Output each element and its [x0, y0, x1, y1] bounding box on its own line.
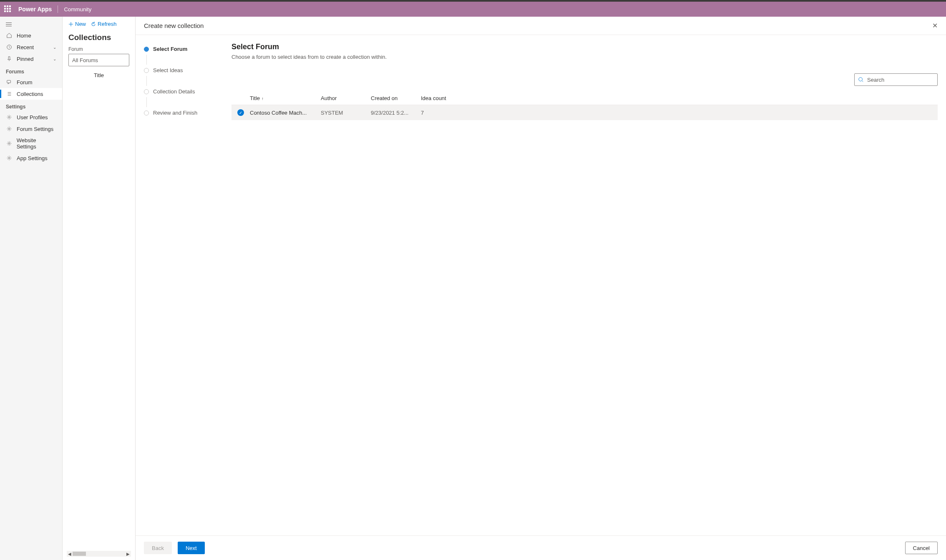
close-icon[interactable]: ✕ [932, 22, 938, 30]
svg-point-3 [8, 128, 10, 130]
chevron-down-icon: ⌄ [53, 45, 56, 50]
step-indicator-icon [144, 68, 149, 73]
new-button[interactable]: New [68, 21, 86, 27]
list-icon [6, 90, 13, 97]
col-created[interactable]: Created on [371, 95, 421, 101]
app-launcher-icon[interactable] [4, 5, 12, 13]
step-select-forum[interactable]: Select Forum [144, 43, 215, 55]
svg-point-5 [8, 157, 10, 159]
new-label: New [75, 21, 86, 27]
gear-icon [6, 155, 13, 161]
row-title: Contoso Coffee Mach... [250, 110, 321, 116]
back-button: Back [144, 542, 172, 554]
clock-icon [6, 44, 13, 50]
nav-forum-settings-label: Forum Settings [17, 126, 53, 132]
refresh-label: Refresh [98, 21, 117, 27]
cancel-button[interactable]: Cancel [905, 542, 938, 554]
row-ideas: 7 [421, 110, 938, 116]
step-connector [146, 76, 147, 86]
search-icon [858, 77, 864, 83]
table-header: Title↑ Author Created on Idea count [231, 92, 938, 105]
row-checkbox[interactable]: ✓ [231, 109, 250, 116]
nav-collections[interactable]: Collections [0, 88, 62, 100]
forum-select-input[interactable] [68, 54, 129, 66]
svg-point-4 [8, 143, 10, 144]
content-subtitle: Choose a forum to select ideas from to c… [231, 54, 938, 60]
nav-app-settings-label: App Settings [17, 155, 48, 161]
hamburger-button[interactable] [0, 19, 62, 30]
gear-icon [6, 140, 13, 147]
dialog-title: Create new collection [144, 22, 204, 29]
home-icon [6, 32, 13, 39]
forum-field-label: Forum [63, 46, 135, 54]
nav-home[interactable]: Home [0, 30, 62, 41]
plus-icon [68, 22, 73, 27]
nav-section-settings: Settings [0, 100, 62, 111]
content-title: Select Forum [231, 43, 938, 51]
step-indicator-icon [144, 47, 149, 52]
step-label: Review and Finish [153, 110, 197, 116]
dialog-footer: Back Next Cancel [136, 535, 946, 560]
nav-user-profiles[interactable]: User Profiles [0, 111, 62, 123]
nav-forum-settings[interactable]: Forum Settings [0, 123, 62, 135]
wizard-steps: Select Forum Select Ideas Collection Det… [136, 35, 223, 535]
search-placeholder: Search [867, 77, 884, 83]
search-input[interactable]: Search [854, 73, 938, 86]
create-collection-dialog: Create new collection ✕ Select Forum Sel… [135, 17, 946, 560]
svg-rect-1 [7, 80, 11, 83]
header-bar: Power Apps Community [0, 2, 946, 17]
header-area: Community [64, 6, 91, 13]
refresh-button[interactable]: Refresh [91, 21, 117, 27]
nav-pinned[interactable]: Pinned ⌄ [0, 53, 62, 65]
nav-website-settings[interactable]: Website Settings [0, 135, 62, 152]
svg-point-6 [859, 78, 863, 81]
step-select-ideas[interactable]: Select Ideas [144, 65, 215, 76]
collections-panel: New Refresh Collections Forum Title ◀ ▶ [63, 17, 136, 560]
nav-pinned-label: Pinned [17, 56, 33, 62]
checkmark-icon: ✓ [237, 109, 244, 116]
step-connector [146, 55, 147, 65]
col-title[interactable]: Title↑ [250, 95, 321, 101]
forum-table: Title↑ Author Created on Idea count ✓ Co… [231, 92, 938, 120]
table-row[interactable]: ✓ Contoso Coffee Mach... SYSTEM 9/23/202… [231, 105, 938, 120]
dialog-content: Select Forum Choose a forum to select id… [223, 35, 946, 535]
panel-title: Collections [63, 31, 135, 46]
forum-icon [6, 79, 13, 85]
header-divider [58, 5, 58, 13]
nav-collections-label: Collections [17, 91, 43, 97]
dialog-header: Create new collection ✕ [136, 17, 946, 35]
step-label: Select Ideas [153, 67, 183, 73]
nav-forum[interactable]: Forum [0, 76, 62, 88]
panel-title-column: Title [63, 66, 135, 83]
step-collection-details[interactable]: Collection Details [144, 86, 215, 97]
panel-toolbar: New Refresh [63, 17, 135, 31]
nav-forum-label: Forum [17, 79, 33, 85]
nav-recent[interactable]: Recent ⌄ [0, 41, 62, 53]
scroll-right-icon[interactable]: ▶ [125, 552, 131, 556]
chevron-down-icon: ⌄ [53, 57, 56, 61]
gear-icon [6, 126, 13, 132]
horizontal-scrollbar[interactable]: ◀ ▶ [67, 551, 131, 557]
svg-point-2 [8, 116, 10, 118]
col-author[interactable]: Author [321, 95, 371, 101]
step-label: Select Forum [153, 46, 187, 52]
step-indicator-icon [144, 110, 149, 116]
step-indicator-icon [144, 89, 149, 94]
nav-recent-label: Recent [17, 44, 34, 50]
nav-section-forums: Forums [0, 65, 62, 76]
nav-website-settings-label: Website Settings [17, 137, 56, 150]
pin-icon [6, 55, 13, 62]
scroll-left-icon[interactable]: ◀ [67, 552, 73, 556]
col-ideas[interactable]: Idea count [421, 95, 938, 101]
nav-app-settings[interactable]: App Settings [0, 152, 62, 164]
next-button[interactable]: Next [178, 542, 205, 554]
nav-home-label: Home [17, 33, 31, 39]
step-review-finish[interactable]: Review and Finish [144, 107, 215, 118]
sort-asc-icon: ↑ [262, 96, 264, 101]
app-name: Power Apps [18, 6, 52, 13]
gear-icon [6, 114, 13, 121]
refresh-icon [91, 22, 96, 27]
side-nav: Home Recent ⌄ Pinned ⌄ Forums Forum [0, 17, 63, 560]
step-label: Collection Details [153, 88, 195, 95]
nav-user-profiles-label: User Profiles [17, 114, 48, 121]
